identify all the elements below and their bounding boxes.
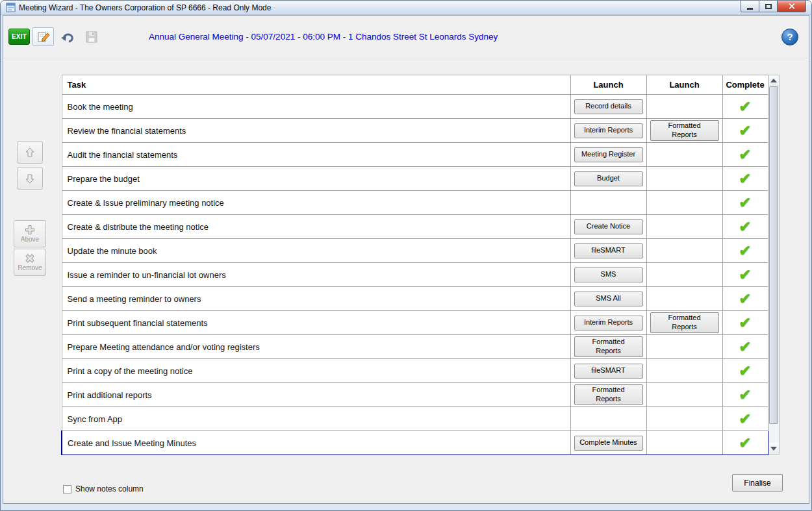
launch-button[interactable]: Interim Reports (574, 316, 643, 330)
launch-button[interactable]: fileSMART (574, 364, 643, 379)
plus-icon (25, 225, 35, 235)
launch-button[interactable]: Formatted Reports (650, 312, 719, 333)
launch-cell: Formatted Reports (570, 335, 646, 359)
launch-button[interactable]: Formatted Reports (574, 384, 643, 405)
pencil-icon (37, 31, 50, 44)
column-header-complete: Complete (722, 75, 768, 95)
launch-button[interactable]: Complete Minutes (574, 436, 643, 451)
show-notes-row: Show notes column (63, 484, 144, 493)
task-cell[interactable]: Issue a reminder to un-financial lot own… (62, 263, 570, 287)
main-area: Above Remove Task (3, 60, 809, 503)
table-row[interactable]: Update the minute bookfileSMART✔ (62, 239, 768, 263)
edit-button[interactable] (32, 27, 54, 46)
launch-button[interactable]: SMS (574, 268, 643, 282)
move-down-button[interactable] (17, 167, 43, 190)
table-row[interactable]: Print subsequent financial statementsInt… (62, 311, 768, 335)
task-table-area: Task Launch Launch Complete Book the mee… (61, 75, 780, 455)
finalise-button[interactable]: Finalise (732, 474, 783, 492)
launch-cell: Budget (570, 167, 646, 191)
launch-button[interactable]: Record details (574, 99, 643, 114)
launch-cell: Create Notice (570, 215, 646, 239)
save-icon (86, 31, 97, 43)
task-cell[interactable]: Print subsequent financial statements (62, 311, 570, 335)
exit-button[interactable]: EXIT (8, 29, 30, 45)
table-row[interactable]: Prepare Meeting attendance and/or voting… (62, 335, 768, 359)
task-cell[interactable]: Review the financial statements (62, 119, 570, 143)
task-cell[interactable]: Prepare Meeting attendance and/or voting… (62, 335, 570, 359)
minimize-button[interactable] (741, 1, 759, 12)
complete-cell: ✔ (722, 407, 768, 431)
undo-button[interactable] (57, 27, 78, 46)
launch-cell (570, 407, 646, 431)
help-button[interactable]: ? (781, 29, 798, 45)
scroll-up-arrow[interactable] (768, 75, 779, 86)
task-cell[interactable]: Create & distribute the meeting notice (62, 215, 570, 239)
task-table: Task Launch Launch Complete Book the mee… (61, 75, 768, 455)
launch-button[interactable]: Interim Reports (574, 123, 643, 138)
table-row[interactable]: Prepare the budgetBudget✔ (62, 167, 768, 191)
table-row[interactable]: Create and Issue Meeting MinutesComplete… (62, 431, 768, 455)
table-row[interactable]: Audit the financial statementsMeeting Re… (62, 143, 768, 167)
launch-cell (646, 335, 722, 359)
launch-cell (646, 95, 722, 119)
show-notes-checkbox[interactable] (63, 485, 71, 493)
task-cell[interactable]: Create & Issue preliminary meeting notic… (62, 191, 570, 215)
task-cell[interactable]: Send a meeting reminder to owners (62, 287, 570, 311)
launch-button[interactable]: fileSMART (574, 243, 643, 258)
scroll-down-arrow[interactable] (768, 443, 779, 454)
table-row[interactable]: Review the financial statementsInterim R… (62, 119, 768, 143)
task-cell[interactable]: Print a copy of the meeting notice (62, 359, 570, 383)
table-row[interactable]: Create & Issue preliminary meeting notic… (62, 191, 768, 215)
launch-cell: SMS (570, 263, 646, 287)
table-row[interactable]: Print a copy of the meeting noticefileSM… (62, 359, 768, 383)
close-button[interactable] (777, 1, 806, 12)
table-row[interactable]: Book the meetingRecord details✔ (62, 95, 768, 119)
launch-cell: Formatted Reports (570, 383, 646, 407)
launch-cell: Complete Minutes (570, 431, 646, 455)
complete-cell: ✔ (722, 383, 768, 407)
launch-button[interactable]: SMS All (574, 292, 643, 306)
task-cell[interactable]: Print additional reports (62, 383, 570, 407)
launch-cell: Interim Reports (570, 311, 646, 335)
launch-cell (646, 431, 722, 455)
launch-button[interactable]: Formatted Reports (650, 120, 719, 141)
launch-button[interactable]: Formatted Reports (574, 336, 643, 357)
add-above-button[interactable]: Above (14, 220, 46, 247)
task-cell[interactable]: Prepare the budget (62, 167, 570, 191)
check-icon: ✔ (739, 386, 751, 403)
table-row[interactable]: Sync from App✔ (62, 407, 768, 431)
maximize-button[interactable] (759, 1, 778, 12)
task-cell[interactable]: Book the meeting (62, 95, 570, 119)
table-row[interactable]: Print additional reportsFormatted Report… (62, 383, 768, 407)
maximize-icon (765, 4, 772, 9)
launch-cell: Formatted Reports (646, 119, 722, 143)
scrollbar-thumb[interactable] (769, 86, 778, 424)
remove-button[interactable]: Remove (14, 249, 46, 276)
launch-button[interactable]: Create Notice (574, 219, 643, 234)
check-icon: ✔ (739, 290, 751, 307)
column-header-launch1: Launch (570, 75, 646, 95)
minimize-icon (747, 8, 753, 10)
launch-button[interactable]: Meeting Register (574, 147, 643, 162)
window-controls (741, 1, 806, 12)
task-cell[interactable]: Audit the financial statements (62, 143, 570, 167)
task-cell[interactable]: Update the minute book (62, 239, 570, 263)
scrollbar-track[interactable] (768, 86, 779, 443)
task-cell[interactable]: Sync from App (62, 407, 570, 431)
move-up-button[interactable] (17, 141, 43, 164)
table-row[interactable]: Create & distribute the meeting noticeCr… (62, 215, 768, 239)
show-notes-label[interactable]: Show notes column (75, 484, 144, 493)
save-button[interactable] (81, 27, 102, 46)
table-row[interactable]: Send a meeting reminder to ownersSMS All… (62, 287, 768, 311)
complete-cell: ✔ (722, 359, 768, 383)
complete-cell: ✔ (722, 215, 768, 239)
check-icon: ✔ (739, 98, 751, 115)
task-cell[interactable]: Create and Issue Meeting Minutes (62, 431, 570, 455)
table-header-row: Task Launch Launch Complete (62, 75, 768, 95)
table-row[interactable]: Issue a reminder to un-financial lot own… (62, 263, 768, 287)
arrow-down-icon (24, 173, 36, 184)
complete-cell: ✔ (722, 143, 768, 167)
titlebar[interactable]: Meeting Wizard - The Owners Corporation … (1, 1, 811, 15)
table-scrollbar[interactable] (768, 75, 780, 455)
launch-button[interactable]: Budget (574, 171, 643, 186)
